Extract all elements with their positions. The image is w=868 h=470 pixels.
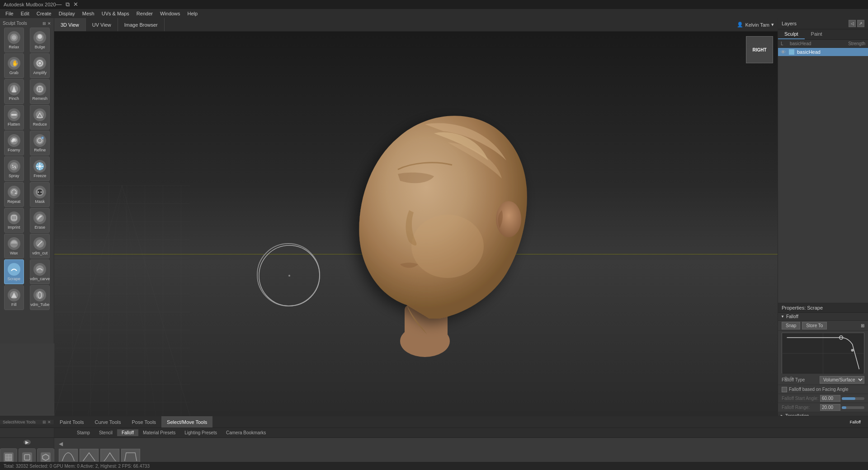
top-area: 3D View UV View Image Browser — [54, 18, 778, 32]
tool-vdm-tube[interactable]: vdm_Tube — [30, 285, 50, 310]
menu-create[interactable]: Create — [33, 10, 55, 17]
facing-angle-checkbox[interactable] — [782, 387, 787, 392]
tool-wax[interactable]: Wax — [4, 234, 24, 258]
repeat-icon — [8, 186, 20, 198]
tool-fill[interactable]: Fill — [4, 285, 24, 310]
menu-display[interactable]: Display — [55, 10, 79, 17]
falloff-start-input[interactable] — [820, 395, 840, 402]
tab-image-browser[interactable]: Image Browser — [118, 18, 165, 31]
tab-falloff[interactable]: Falloff — [117, 429, 138, 436]
tool-repeat[interactable]: Repeat — [4, 182, 24, 207]
falloff-area-header: ◀ — [59, 441, 863, 447]
tool-refine[interactable]: + Refine — [30, 131, 50, 155]
menu-edit[interactable]: Edit — [17, 10, 33, 17]
viewport-3d[interactable]: RIGHT — [54, 32, 778, 416]
tool-row-2: ✋ Grab Amplify — [1, 53, 53, 78]
tool-pinch[interactable]: Pinch — [4, 79, 24, 104]
tool-reduce[interactable]: Reduce — [30, 105, 50, 130]
menu-help[interactable]: Help — [184, 10, 202, 17]
tab-material-presets[interactable]: Material Presets — [138, 429, 180, 436]
tool-amplify[interactable]: Amplify — [30, 53, 50, 78]
tool-spray[interactable]: Spray — [4, 156, 24, 181]
bottom-left-spacer — [0, 428, 54, 437]
tab-paint[interactable]: Paint — [805, 29, 829, 39]
falloff-section-header[interactable]: ▼ Falloff — [778, 313, 868, 321]
tab-paint-tools[interactable]: Paint Tools — [54, 416, 90, 428]
layers-dock-btn[interactable]: ↗ — [857, 20, 864, 27]
user-name: Kelvin Tam — [745, 22, 769, 28]
falloff-range-input[interactable] — [820, 404, 840, 411]
layer-name: basicHead — [797, 49, 865, 55]
tool-scrape[interactable]: Scrape — [4, 259, 24, 284]
curve-zoom-in[interactable]: ⊕ — [784, 376, 788, 381]
tool-remesh[interactable]: Remesh — [30, 79, 50, 104]
tool-bulge[interactable]: Bulge — [30, 28, 50, 52]
falloff-prev-btn[interactable]: ◀ — [59, 441, 63, 447]
svg-point-28 — [12, 166, 14, 168]
tab-select-move-tools[interactable]: Select/Move Tools — [161, 416, 212, 428]
user-dropdown[interactable]: ▾ — [771, 22, 774, 28]
tab-3d-view[interactable]: 3D View — [54, 18, 86, 31]
tool-relax[interactable]: Relax — [4, 28, 24, 52]
user-info[interactable]: 👤 Kelvin Tam ▾ — [737, 22, 774, 28]
layer-item[interactable]: 👁 basicHead — [778, 48, 868, 56]
falloff-range-slider[interactable] — [842, 406, 864, 409]
tool-mask[interactable]: Mask — [30, 182, 50, 207]
col-strength: Strength — [848, 41, 865, 46]
tool-vdm-carve[interactable]: vdm_carve — [30, 259, 50, 284]
tool-row-1: Relax Bulge — [1, 28, 53, 52]
falloff-edit-icon[interactable]: ⊞ — [861, 323, 864, 328]
borders-icon — [41, 452, 51, 462]
falloff-start-slider[interactable] — [842, 397, 864, 400]
falloff-curve[interactable]: ⊕ ⊖ — [782, 333, 864, 373]
view-cube[interactable]: RIGHT — [746, 36, 773, 63]
tool-freeze[interactable]: Freeze — [30, 156, 50, 181]
tab-stamp[interactable]: Stamp — [72, 429, 94, 436]
fill-icon — [8, 289, 20, 301]
menu-windows[interactable]: Windows — [156, 10, 184, 17]
tool-flatten[interactable]: Flatten — [4, 105, 24, 130]
maximize-button[interactable]: ⧉ — [66, 1, 70, 8]
layers-expand-btn[interactable]: ◁ — [849, 20, 856, 27]
erase-icon — [33, 212, 46, 224]
minimize-button[interactable]: — — [56, 1, 62, 8]
tab-sculpt[interactable]: Sculpt — [778, 29, 805, 39]
falloff-label: Falloff — [786, 314, 798, 319]
store-to-button[interactable]: Store To — [802, 322, 827, 329]
tool-imprint[interactable]: Imprint — [4, 208, 24, 233]
tab-curve-tools[interactable]: Curve Tools — [90, 416, 127, 428]
tool-row-4: Flatten Reduce — [1, 105, 53, 130]
layers-panel: Layers ◁ ↗ Sculpt Paint L basicHead Stre… — [778, 18, 868, 303]
snap-button[interactable]: Snap — [782, 322, 800, 329]
col-name: basicHead — [790, 41, 848, 46]
tab-camera-bookmarks[interactable]: Camera Bookmarks — [222, 429, 270, 436]
layer-visibility-icon[interactable]: 👁 — [781, 49, 787, 55]
select-move-arrow[interactable]: ▶ — [24, 440, 31, 445]
tool-erase[interactable]: Erase — [30, 208, 50, 233]
menu-file[interactable]: File — [2, 10, 17, 17]
falloff-range-label: Falloff Range: — [782, 405, 820, 410]
tab-pose-tools[interactable]: Pose Tools — [127, 416, 162, 428]
curve-zoom-out[interactable]: ⊖ — [789, 376, 793, 381]
imprint-icon — [8, 212, 20, 224]
svg-point-37 — [10, 188, 18, 196]
spray-icon — [8, 160, 20, 173]
menu-render[interactable]: Render — [133, 10, 156, 17]
tool-vdm-cut[interactable]: vdm_cut — [30, 234, 50, 258]
toolbar-collapse[interactable]: ⊞ ✕ — [42, 21, 51, 26]
tool-row-6: Spray Freeze — [1, 156, 53, 181]
close-button[interactable]: ✕ — [73, 1, 78, 8]
tab-lighting-presets[interactable]: Lighting Presets — [180, 429, 222, 436]
tool-grab[interactable]: ✋ Grab — [4, 53, 24, 78]
svg-point-73 — [851, 349, 854, 352]
menu-uvs-maps[interactable]: UVs & Maps — [98, 10, 133, 17]
title-bar-text: Autodesk Mudbox 2020 — [4, 2, 56, 7]
flatten-icon — [8, 108, 20, 121]
tool-foamy[interactable]: Foamy — [4, 131, 24, 155]
title-bar-controls[interactable]: — ⧉ ✕ — [56, 1, 78, 8]
status-text: Total: 32032 Selected: 0 GPU Mem: 0 Acti… — [4, 464, 150, 469]
tab-stencil[interactable]: Stencil — [94, 429, 117, 436]
menu-mesh[interactable]: Mesh — [79, 10, 98, 17]
tab-uv-view[interactable]: UV View — [86, 18, 118, 31]
svg-point-53 — [36, 265, 44, 273]
